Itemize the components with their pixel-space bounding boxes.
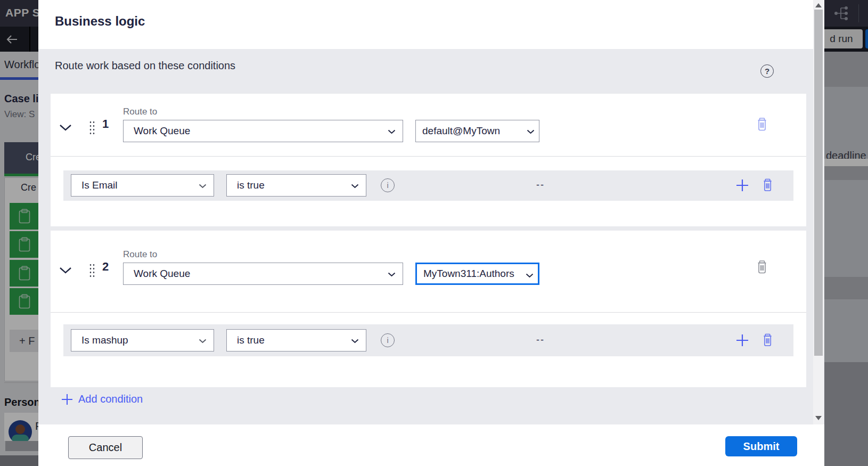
rule-operator-select[interactable]: is true	[226, 329, 366, 351]
chevron-down-icon	[388, 272, 396, 277]
modal-header: Business logic	[38, 0, 824, 49]
modal-body: Route work based on these conditions ? 1…	[38, 49, 824, 424]
drag-handle[interactable]	[89, 263, 95, 277]
business-logic-modal: Business logic Route work based on these…	[38, 0, 824, 466]
rule-operator-select[interactable]: is true	[226, 174, 366, 197]
chevron-down-icon	[351, 184, 359, 189]
route-to-label: Route to	[123, 107, 157, 117]
rule-field-select[interactable]: Is mashup	[71, 329, 214, 351]
route-target-select[interactable]: default@MyTown	[415, 120, 539, 142]
route-target-select-focused[interactable]: MyTown311:Authors	[415, 263, 539, 285]
help-icon[interactable]: ?	[760, 64, 774, 78]
delete-rule-icon[interactable]	[761, 333, 774, 347]
card-divider	[51, 156, 806, 157]
chevron-down-icon	[388, 129, 396, 134]
scrollbar-up-arrow[interactable]	[815, 3, 822, 7]
screen: APP ST d run Workflo Case li View: S Cre	[0, 0, 868, 466]
chevron-down-icon	[527, 129, 535, 134]
route-target-value: MyTown311:Authors	[423, 268, 514, 280]
chevron-down-icon	[199, 339, 207, 344]
modal-footer: Cancel Submit	[38, 424, 824, 466]
rule-value-placeholder: --	[536, 179, 545, 191]
add-condition-label: Add condition	[78, 393, 143, 405]
plus-icon	[61, 394, 73, 405]
condition-number: 1	[102, 117, 109, 131]
delete-condition-icon[interactable]	[756, 260, 768, 274]
cancel-button[interactable]: Cancel	[68, 436, 143, 459]
rule-row: Is mashup is true i --	[63, 324, 793, 356]
rule-operator-value: is true	[237, 179, 265, 191]
chevron-down-icon	[351, 339, 359, 344]
drag-handle[interactable]	[89, 120, 95, 135]
scrollbar-thumb[interactable]	[814, 10, 823, 356]
rule-operator-value: is true	[237, 334, 265, 346]
condition-card-2: 2 Route to Work Queue MyTown311:Authors	[51, 231, 806, 387]
collapse-chevron-icon[interactable]	[59, 124, 72, 132]
condition-card-1: 1 Route to Work Queue default@MyTown	[51, 94, 806, 226]
route-type-select[interactable]: Work Queue	[123, 263, 403, 285]
scrollbar[interactable]	[813, 0, 824, 424]
section-heading: Route work based on these conditions	[55, 60, 235, 72]
route-target-value: default@MyTown	[422, 125, 500, 137]
chevron-down-icon	[526, 273, 534, 278]
rule-field-value: Is mashup	[81, 334, 128, 346]
chevron-down-icon	[199, 184, 207, 189]
delete-condition-icon[interactable]	[756, 117, 768, 132]
info-icon[interactable]: i	[381, 333, 395, 347]
collapse-chevron-icon[interactable]	[59, 267, 72, 274]
route-type-value: Work Queue	[134, 268, 190, 280]
rule-value-placeholder: --	[536, 334, 545, 346]
add-rule-icon[interactable]	[735, 178, 749, 192]
route-to-label: Route to	[123, 249, 157, 260]
condition-number: 2	[102, 260, 109, 274]
add-condition-button[interactable]: Add condition	[61, 393, 143, 405]
scrollbar-down-arrow[interactable]	[815, 416, 822, 420]
route-type-select[interactable]: Work Queue	[123, 120, 403, 142]
submit-button[interactable]: Submit	[725, 436, 797, 456]
rule-row: Is Email is true i --	[63, 170, 793, 201]
modal-title: Business logic	[55, 14, 145, 29]
rule-field-value: Is Email	[81, 179, 118, 191]
route-type-value: Work Queue	[134, 125, 190, 137]
rule-field-select[interactable]: Is Email	[71, 174, 214, 197]
add-rule-icon[interactable]	[735, 333, 749, 347]
card-divider	[51, 312, 806, 313]
delete-rule-icon[interactable]	[761, 178, 774, 192]
info-icon[interactable]: i	[381, 178, 395, 192]
